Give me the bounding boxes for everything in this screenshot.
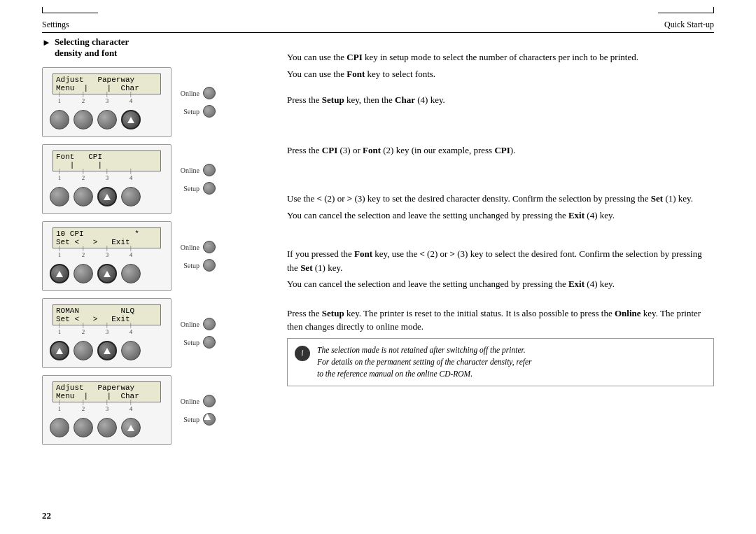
buttons-1: |1 |2 |3 |4 — [50, 110, 141, 129]
btn-5-1[interactable] — [50, 418, 69, 437]
screen-2-row1: Font CPI — [56, 153, 158, 161]
online-btn-4[interactable] — [203, 318, 216, 330]
setup-row-3: Setup — [177, 259, 216, 272]
top-tick-right — [713, 7, 714, 13]
setup-btn-4[interactable] — [203, 336, 216, 349]
btn-4-1[interactable] — [50, 341, 69, 360]
btn-1-3[interactable] — [97, 110, 117, 129]
buttons-3: |1 |2 |3 |4 — [50, 264, 141, 283]
online-label-4: Online — [177, 321, 200, 328]
online-btn-5[interactable] — [203, 395, 216, 407]
top-line-right — [658, 13, 714, 13]
panel-1: Adjust Paperway Menu | | Char |1 |2 |3 |… — [42, 67, 172, 137]
diagram-1: Adjust Paperway Menu | | Char |1 |2 |3 |… — [42, 67, 266, 137]
side-btns-3: Online Setup — [177, 241, 216, 272]
panel-5: Adjust Paperway Menu | | Char |1 |2 |3 |… — [42, 375, 172, 445]
side-btns-2: Online Setup — [177, 164, 216, 195]
setup-label-4: Setup — [177, 339, 200, 346]
setup-row-2: Setup — [177, 182, 216, 195]
text-4-p1: If you pressed the Font key, use the < (… — [287, 247, 714, 274]
btn-1-2[interactable] — [74, 110, 93, 129]
text-4-p2: You can cancel the selection and leave t… — [287, 277, 714, 291]
info-box: i The selection made is not retained aft… — [287, 338, 714, 387]
side-btns-4: Online Setup — [177, 318, 216, 349]
setup-label-2: Setup — [177, 185, 200, 192]
text-1: Press the Setup key, then the Char (4) k… — [287, 93, 714, 107]
header-row: Settings Quick Start-up — [42, 20, 714, 33]
btn-2-1[interactable] — [50, 187, 69, 206]
text-5: Press the Setup key. The printer is rese… — [287, 307, 714, 387]
online-row-4: Online — [177, 318, 216, 330]
screen-4-row1: ROMAN NLQ — [56, 307, 158, 315]
screen-3-row1: 10 CPI * — [56, 230, 158, 238]
btn-5-2[interactable] — [74, 418, 93, 437]
text-5-p: Press the Setup key. The printer is rese… — [287, 307, 714, 334]
online-row-2: Online — [177, 164, 216, 176]
online-row-3: Online — [177, 241, 216, 253]
btn-5-4[interactable] — [121, 418, 141, 437]
online-label-2: Online — [177, 167, 200, 174]
top-line-left — [42, 13, 98, 13]
btn-1-4[interactable] — [121, 110, 141, 129]
online-label-1: Online — [177, 90, 200, 97]
left-col: ► Selecting character density and font A… — [42, 36, 266, 506]
btn-5-3[interactable] — [97, 418, 117, 437]
diagram-2: Font CPI | | |1 |2 |3 |4 — [42, 144, 266, 214]
diagram-3: 10 CPI * Set < > Exit |1 |2 |3 |4 — [42, 221, 266, 291]
right-col: You can use the CPI key in setup mode to… — [266, 36, 714, 506]
intro-line2: You can use the Font key to select fonts… — [287, 67, 714, 81]
btn-4-3[interactable] — [97, 341, 117, 360]
info-text: The selection made is not retained after… — [317, 344, 532, 381]
section-title-line2: density and font — [55, 48, 129, 59]
online-btn-2[interactable] — [203, 164, 216, 176]
section-title-line1: Selecting character — [55, 36, 129, 48]
text-1-p: Press the Setup key, then the Char (4) k… — [287, 93, 714, 107]
setup-btn-3[interactable] — [203, 259, 216, 272]
setup-label-5: Setup — [177, 416, 200, 423]
online-btn-1[interactable] — [203, 87, 216, 99]
btn-2-2[interactable] — [74, 187, 93, 206]
text-3-p1: Use the < (2) or > (3) key to set the de… — [287, 192, 714, 206]
buttons-4: |1 |2 |3 |4 — [50, 341, 141, 360]
diagram-4: ROMAN NLQ Set < > Exit |1 |2 |3 |4 — [42, 298, 266, 368]
text-2: Press the CPI (3) or Font (2) key (in ou… — [287, 143, 714, 157]
setup-btn-2[interactable] — [203, 182, 216, 195]
btn-4-4[interactable] — [121, 341, 141, 360]
section-arrow: ► — [42, 37, 51, 48]
setup-btn-1[interactable] — [203, 105, 216, 118]
online-row-1: Online — [177, 87, 216, 99]
btn-3-3[interactable] — [97, 264, 117, 283]
page-container: Settings Quick Start-up ► Selecting char… — [0, 0, 756, 534]
screen-1-row1: Adjust Paperway — [56, 76, 158, 84]
online-btn-3[interactable] — [203, 241, 216, 253]
buttons-5: |1 |2 |3 |4 — [50, 418, 141, 437]
online-label-5: Online — [177, 398, 200, 405]
btn-4-2[interactable] — [74, 341, 93, 360]
setup-row-4: Setup — [177, 336, 216, 349]
intro-line1: You can use the CPI key in setup mode to… — [287, 50, 714, 64]
text-3-p2: You can cancel the selection and leave t… — [287, 209, 714, 223]
text-3: Use the < (2) or > (3) key to set the de… — [287, 192, 714, 222]
page-number: 22 — [42, 510, 51, 521]
text-2-p: Press the CPI (3) or Font (2) key (in ou… — [287, 143, 714, 157]
btn-2-4[interactable] — [121, 187, 141, 206]
btn-3-1[interactable] — [50, 264, 69, 283]
panel-3: 10 CPI * Set < > Exit |1 |2 |3 |4 — [42, 221, 172, 291]
btn-1-1[interactable] — [50, 110, 69, 129]
side-btns-5: Online Setup — [177, 395, 216, 426]
buttons-2: |1 |2 |3 |4 — [50, 187, 141, 206]
panel-2: Font CPI | | |1 |2 |3 |4 — [42, 144, 172, 214]
panel-4: ROMAN NLQ Set < > Exit |1 |2 |3 |4 — [42, 298, 172, 368]
side-btns-1: Online Setup — [177, 87, 216, 118]
btn-3-4[interactable] — [121, 264, 141, 283]
diagram-5: Adjust Paperway Menu | | Char |1 |2 |3 |… — [42, 375, 266, 445]
online-label-3: Online — [177, 244, 200, 251]
setup-row-1: Setup — [177, 105, 216, 118]
setup-btn-5[interactable] — [203, 413, 216, 426]
screen-5-row1: Adjust Paperway — [56, 384, 158, 392]
setup-label-1: Setup — [177, 108, 200, 115]
main-content: ► Selecting character density and font A… — [42, 36, 714, 506]
header-settings: Settings — [42, 20, 69, 30]
btn-3-2[interactable] — [74, 264, 93, 283]
btn-2-3[interactable] — [97, 187, 117, 206]
